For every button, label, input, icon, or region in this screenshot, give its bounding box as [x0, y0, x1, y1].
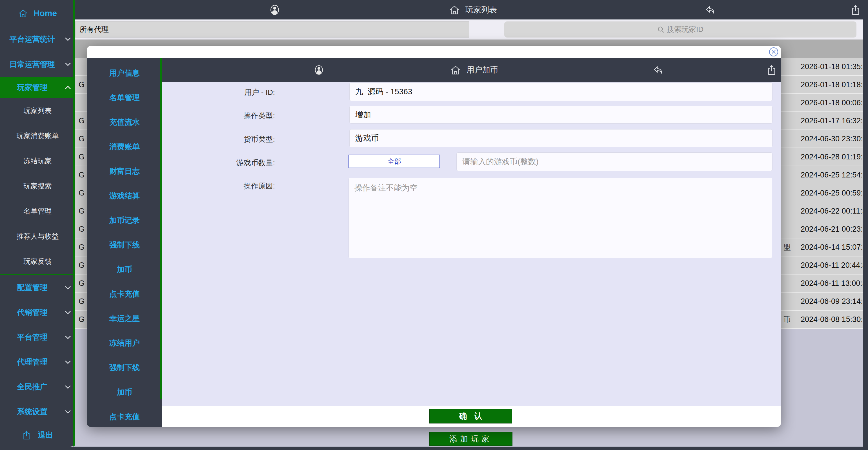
modal-sidebar-item[interactable]: 点卡充值 — [87, 282, 162, 306]
agent-select-value: 所有代理 — [80, 25, 109, 34]
sidebar-submenu-item[interactable]: 冻结玩家 — [0, 148, 75, 173]
op-type-field[interactable] — [349, 106, 773, 123]
user-id-field[interactable] — [349, 82, 773, 101]
add-coins-modal: 用户加币 用户信息 名单管理 充值流水 消费账单 财富日志 游戏结算 加币记录 — [87, 46, 781, 427]
modal-sidebar-items: 用户信息 名单管理 充值流水 消费账单 财富日志 游戏结算 加币记录 强制下线 … — [87, 61, 162, 429]
row-left-cell: G — [79, 292, 85, 310]
modal-sidebar-item[interactable]: 加币 — [87, 380, 162, 404]
sidebar-group-label: 日常运营管理 — [0, 59, 64, 69]
modal-footer: 确认 — [162, 406, 781, 427]
sidebar-group-label: 系统设置 — [0, 406, 64, 417]
row-date-cell: 2024-06-25 12:54:01 — [797, 166, 863, 184]
chevron-down-icon — [64, 360, 71, 364]
sidebar-submenu-item[interactable]: 名单管理 — [0, 199, 75, 224]
chevron-down-icon — [64, 310, 71, 315]
row-left-cell: G — [79, 76, 85, 93]
sidebar-group-label: 代销管理 — [0, 307, 64, 317]
close-icon[interactable] — [769, 47, 779, 57]
reason-field[interactable] — [348, 178, 772, 258]
modal-sidebar-item[interactable]: 强制下线 — [87, 355, 162, 380]
sidebar-submenu-item[interactable]: 玩家搜索 — [0, 173, 75, 199]
row-left-cell: G — [79, 112, 85, 130]
row-date-cell: 2026-01-18 01:18:27 — [797, 76, 863, 93]
row-left-cell: G — [79, 220, 85, 238]
modal-sidebar-item[interactable]: 冻结用户 — [87, 331, 162, 355]
modal-sidebar-item[interactable]: 充值流水 — [87, 110, 162, 134]
sidebar-submenu-item[interactable]: 玩家反馈 — [0, 249, 75, 274]
modal-title: 用户加币 — [467, 65, 498, 75]
chevron-down-icon — [64, 62, 71, 66]
sidebar-submenu: 玩家列表 玩家消费账单 冻结玩家 玩家搜索 名单管理 推荐人与收益 玩家反馈 — [0, 98, 75, 274]
modal-sidebar-item[interactable]: 财富日志 — [87, 159, 162, 184]
amount-field[interactable] — [456, 152, 773, 171]
modal-sidebar-item[interactable]: 点卡充值 — [87, 404, 162, 429]
page-title: 玩家列表 — [465, 4, 497, 15]
sidebar-submenu-item[interactable]: 玩家列表 — [0, 98, 75, 123]
sidebar-group-label: 玩家管理 — [0, 82, 64, 92]
share-icon[interactable] — [767, 64, 776, 76]
top-bar: 玩家列表 — [0, 0, 868, 20]
row-left-cell: G — [79, 275, 85, 292]
search-input[interactable]: 搜索玩家ID — [504, 22, 857, 37]
user-icon[interactable] — [314, 65, 323, 75]
agent-select[interactable]: 所有代理 — [75, 22, 469, 37]
row-date-cell: 2024-06-21 00:23:27 — [797, 220, 863, 238]
confirm-button[interactable]: 确认 — [429, 409, 512, 423]
row-date-cell: 2026-01-18 00:06:18 — [797, 94, 863, 111]
sidebar-home-label: Home — [33, 8, 57, 18]
share-icon[interactable] — [851, 4, 860, 16]
sidebar-submenu-item[interactable]: 玩家消费账单 — [0, 123, 75, 148]
sidebar-group[interactable]: 代销管理 — [0, 300, 75, 325]
sidebar-green-border — [73, 0, 75, 447]
modal-sidebar-item[interactable]: 加币记录 — [87, 208, 162, 232]
user-icon[interactable] — [270, 4, 279, 15]
home-icon[interactable] — [450, 65, 461, 75]
currency-type-field[interactable] — [349, 129, 773, 147]
modal-sidebar-item[interactable]: 游戏结算 — [87, 184, 162, 208]
row-left-cell: G — [79, 184, 85, 202]
exit-icon — [22, 430, 31, 440]
window-right-edge — [863, 20, 868, 447]
row-left-cell: G — [79, 130, 85, 147]
chevron-up-icon — [64, 85, 71, 90]
all-amount-button[interactable]: 全部 — [348, 154, 440, 168]
sidebar-group[interactable]: 平台管理 — [0, 325, 75, 349]
row-date-cell: 2024-06-30 23:30:28 — [797, 130, 863, 147]
sidebar-group-label: 平台运营统计 — [0, 34, 64, 44]
row-date-cell: 2024-06-09 23:14:28 — [797, 292, 863, 310]
reply-icon[interactable] — [705, 5, 715, 15]
sidebar-group[interactable]: 全民推广 — [0, 374, 75, 399]
sidebar-group[interactable]: 代理管理 — [0, 349, 75, 374]
add-player-button[interactable]: 添加玩家 — [429, 432, 513, 446]
modal-sidebar-green-border — [160, 58, 162, 399]
modal-sidebar-item[interactable]: 强制下线 — [87, 232, 162, 257]
filter-row: 所有代理 搜索玩家ID — [75, 20, 868, 39]
search-placeholder: 搜索玩家ID — [667, 25, 704, 34]
sidebar-logout-label: 退出 — [38, 430, 53, 440]
sidebar-group[interactable]: 系统设置 — [0, 399, 75, 424]
modal-sidebar: 用户信息 名单管理 充值流水 消费账单 财富日志 游戏结算 加币记录 强制下线 … — [87, 58, 162, 427]
sidebar-item-logout[interactable]: 退出 — [0, 424, 75, 446]
home-icon[interactable] — [449, 5, 460, 15]
sidebar-item-home[interactable]: Home — [0, 0, 75, 27]
main-sidebar: Home 平台运营统计 日常运营管理 玩家管理 玩家列 — [0, 0, 75, 447]
row-left-cell: G — [79, 148, 85, 166]
modal-sidebar-item[interactable]: 名单管理 — [87, 85, 162, 110]
row-date-cell: 2024-06-11 20:44:37 — [797, 256, 863, 274]
reply-icon[interactable] — [653, 65, 663, 75]
sidebar-submenu-item[interactable]: 推荐人与收益 — [0, 224, 75, 249]
sidebar-group[interactable]: 配置管理 — [0, 275, 75, 300]
home-icon — [18, 9, 28, 18]
modal-sidebar-item[interactable]: 加币 — [87, 257, 162, 282]
modal-sidebar-item[interactable]: 幸运之星 — [87, 306, 162, 331]
window-bottom-edge — [0, 447, 868, 450]
sidebar-group-active[interactable]: 玩家管理 — [0, 77, 75, 98]
row-date-cell: 2024-06-28 01:19:38 — [797, 148, 863, 166]
sidebar-group[interactable]: 平台运营统计 — [0, 27, 75, 52]
row-date-cell: 2024-06-08 15:30:02 — [797, 311, 863, 328]
sidebar-group[interactable]: 日常运营管理 — [0, 52, 75, 77]
row-left-cell: G — [79, 238, 85, 256]
modal-sidebar-item[interactable]: 消费账单 — [87, 134, 162, 159]
modal-sidebar-item[interactable]: 用户信息 — [87, 61, 162, 85]
currency-type-label: 货币类型: — [162, 134, 275, 144]
